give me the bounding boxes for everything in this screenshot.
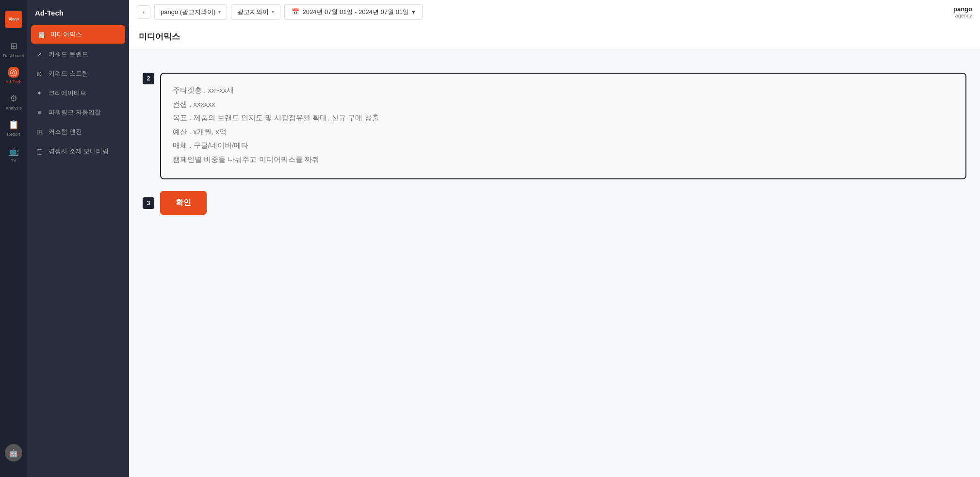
date-range-picker[interactable]: 📅 2024년 07월 01일 - 2024년 07월 01일 ▾	[284, 4, 423, 20]
date-range-text: 2024년 07월 01일 - 2024년 07월 01일	[302, 8, 409, 16]
advertiser-dropdown-text: pango (광고지와이)	[161, 8, 215, 16]
campaign-dropdown[interactable]: 광고지와이 ▾	[231, 4, 280, 20]
app-logo: 파ngo	[5, 11, 22, 28]
confirm-button[interactable]: 확인	[160, 191, 207, 215]
left-nav: Ad-Tech ▦ 미디어믹스 ↗ 키워드 트렌드 ⊙ 키워드 스트림 ✦ 크리…	[27, 0, 129, 477]
dashboard-label: Dashboard	[3, 53, 24, 58]
nav-analysis[interactable]: ⚙ Analysis	[0, 88, 27, 114]
content-inner: 2 3 확인	[143, 63, 966, 215]
report-icon: 📋	[8, 119, 19, 130]
avatar-area[interactable]: 🤖	[5, 444, 22, 469]
user-role-text: agency	[953, 13, 972, 18]
tv-icon: 📺	[8, 145, 19, 156]
nav-dashboard[interactable]: ⊞ Dashboard	[0, 36, 27, 62]
sidebar-item-competitor-monitor-label: 경쟁사 소재 모니터링	[49, 147, 109, 156]
top-bar-right: pango agency	[953, 5, 972, 18]
sidebar-item-custom-engine-label: 커스텀 엔진	[49, 127, 82, 136]
powerlink-icon: ≡	[35, 109, 44, 116]
top-bar: ‹ pango (광고지와이) ▾ 광고지와이 ▾ 📅 2024년 07월 01…	[129, 0, 980, 24]
keyword-stream-icon: ⊙	[35, 70, 44, 78]
analysis-icon: ⚙	[8, 93, 19, 104]
date-caret-icon: ▾	[412, 8, 415, 16]
sidebar-item-custom-engine[interactable]: ⊞ 커스텀 엔진	[27, 122, 129, 142]
advertiser-caret-icon: ▾	[218, 9, 221, 15]
custom-engine-icon: ⊞	[35, 128, 44, 136]
content-area: 미디어믹스 2 3 확인	[129, 24, 980, 477]
textarea-section: 2	[143, 73, 966, 179]
adtech-icon: ◎	[8, 67, 19, 78]
sidebar-item-powerlink[interactable]: ≡ 파워링크 자동입찰	[27, 103, 129, 122]
sidebar-item-keyword-trend-label: 키워드 트렌드	[49, 50, 88, 59]
username-text: pango	[953, 5, 972, 13]
analysis-label: Analysis	[5, 106, 22, 111]
adtech-label: Ad-Tech	[5, 80, 21, 84]
media-mix-icon: ▦	[37, 31, 46, 38]
logo-area: 파ngo	[0, 6, 27, 36]
nav-report[interactable]: 📋 Report	[0, 114, 27, 141]
sidebar-item-competitor-monitor[interactable]: ▢ 경쟁사 소재 모니터링	[27, 142, 129, 161]
nav-adtech[interactable]: ◎ Ad-Tech	[0, 62, 27, 88]
nav-tv[interactable]: 📺 TV	[0, 141, 27, 167]
confirm-section: 3 확인	[143, 191, 966, 215]
sidebar-item-keyword-stream[interactable]: ⊙ 키워드 스트림	[27, 64, 129, 83]
icon-sidebar: 파ngo ⊞ Dashboard ◎ Ad-Tech ⚙ Analysis 📋 …	[0, 0, 27, 477]
user-info: pango agency	[953, 5, 972, 18]
step3-badge: 3	[143, 197, 154, 209]
prompt-textarea[interactable]	[160, 73, 966, 179]
tv-label: TV	[11, 158, 16, 163]
step2-badge: 2	[143, 73, 154, 84]
sidebar-item-creative[interactable]: ✦ 크리에이티브	[27, 83, 129, 103]
advertiser-dropdown[interactable]: pango (광고지와이) ▾	[154, 4, 227, 20]
sidebar-item-media-mix[interactable]: ▦ 미디어믹스	[31, 25, 125, 44]
campaign-caret-icon: ▾	[272, 9, 274, 15]
page-header: 미디어믹스	[129, 24, 980, 49]
main-area: ‹ pango (광고지와이) ▾ 광고지와이 ▾ 📅 2024년 07월 01…	[129, 0, 980, 477]
sidebar-item-keyword-stream-label: 키워드 스트림	[49, 69, 88, 78]
back-button[interactable]: ‹	[137, 5, 150, 19]
report-label: Report	[7, 132, 20, 137]
sidebar-item-media-mix-label: 미디어믹스	[50, 30, 82, 39]
dashboard-icon: ⊞	[8, 41, 19, 51]
sidebar-item-keyword-trend[interactable]: ↗ 키워드 트렌드	[27, 45, 129, 64]
page-title: 미디어믹스	[139, 31, 970, 42]
creative-icon: ✦	[35, 89, 44, 97]
campaign-dropdown-text: 광고지와이	[237, 8, 269, 16]
sidebar-item-powerlink-label: 파워링크 자동입찰	[49, 108, 101, 117]
keyword-trend-icon: ↗	[35, 50, 44, 58]
user-avatar: 🤖	[5, 444, 22, 461]
confirm-button-label: 확인	[176, 198, 191, 207]
back-icon: ‹	[143, 9, 145, 16]
left-nav-header: Ad-Tech	[27, 0, 129, 24]
sidebar-item-creative-label: 크리에이티브	[49, 89, 86, 97]
calendar-icon: 📅	[292, 8, 299, 16]
competitor-monitor-icon: ▢	[35, 147, 44, 155]
